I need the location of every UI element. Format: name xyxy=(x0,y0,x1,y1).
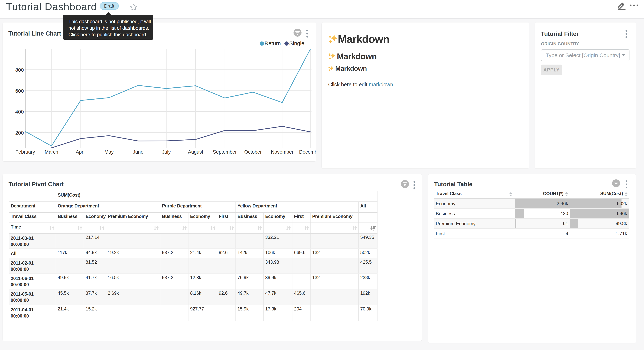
svg-text:600: 600 xyxy=(15,88,24,94)
svg-text:November: November xyxy=(271,149,294,155)
svg-text:October: October xyxy=(244,149,262,155)
svg-text:February: February xyxy=(16,149,35,155)
svg-text:March: March xyxy=(45,149,58,155)
svg-text:400: 400 xyxy=(15,109,24,114)
svg-text:June: June xyxy=(133,149,144,155)
svg-text:August: August xyxy=(188,149,203,155)
svg-text:December: December xyxy=(299,149,316,155)
svg-text:200: 200 xyxy=(15,130,24,136)
svg-text:September: September xyxy=(213,149,237,155)
svg-text:Return: Return xyxy=(264,40,281,46)
svg-text:800: 800 xyxy=(15,67,24,73)
svg-text:April: April xyxy=(76,149,86,155)
svg-text:Single: Single xyxy=(289,40,304,46)
svg-text:May: May xyxy=(104,149,114,155)
svg-text:July: July xyxy=(162,149,171,155)
